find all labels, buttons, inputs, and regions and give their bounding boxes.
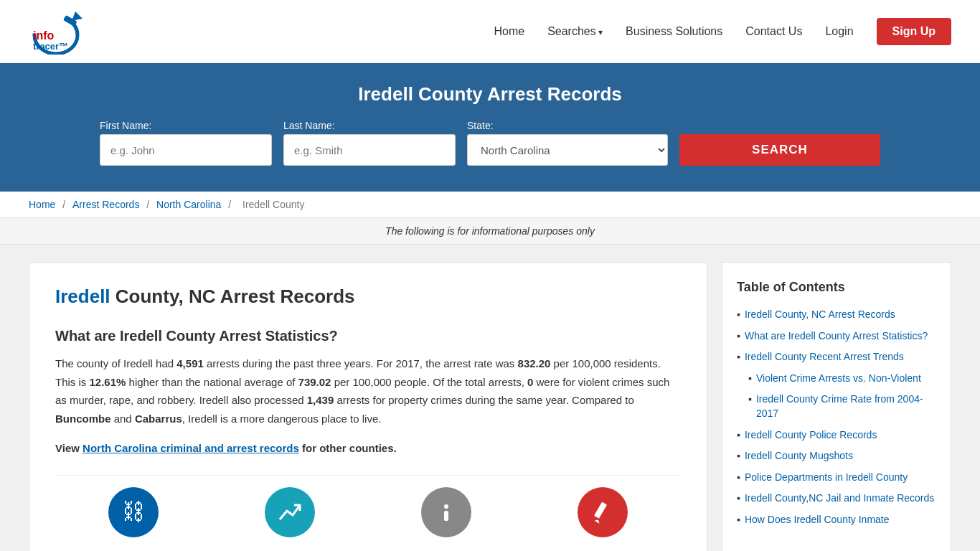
first-name-input[interactable] xyxy=(100,134,272,166)
sidebar-toc: Table of Contents Iredell County, NC Arr… xyxy=(722,262,951,551)
toc-link[interactable]: Iredell County, NC Arrest Records xyxy=(745,308,895,322)
toc-link[interactable]: Iredell County Mugshots xyxy=(745,449,853,463)
toc-item: Iredell County Recent Arrest Trends xyxy=(737,350,936,364)
logo-icon: info tracer™ xyxy=(29,8,86,55)
breadcrumb-nc[interactable]: North Carolina xyxy=(156,199,221,210)
toc-link[interactable]: How Does Iredell County Inmate xyxy=(745,513,890,527)
p1-mid3: higher than the national average of xyxy=(126,376,298,388)
state-select[interactable]: AlabamaAlaskaArizonaArkansasCaliforniaCo… xyxy=(467,134,668,166)
state-label: State: xyxy=(467,120,668,131)
page-title: Iredell County Arrest Records xyxy=(29,83,951,105)
content-heading: Iredell County, NC Arrest Records xyxy=(55,286,681,308)
compare2: Cabarrus xyxy=(135,413,182,425)
hero-section: Iredell County Arrest Records First Name… xyxy=(0,63,980,192)
svg-rect-7 xyxy=(594,501,607,518)
toc-item: Violent Crime Arrests vs. Non-Violent xyxy=(737,372,936,386)
arrest-rate: 832.20 xyxy=(518,357,551,369)
toc-link[interactable]: Iredell County Crime Rate from 2004-2017 xyxy=(756,392,936,420)
higher-pct: 12.61% xyxy=(90,376,126,388)
signup-button[interactable]: Sign Up xyxy=(877,18,951,45)
view-end: for other counties. xyxy=(299,442,397,454)
heading-blue: Iredell xyxy=(55,286,110,307)
breadcrumb-sep2: / xyxy=(146,199,152,210)
heading-rest: County, NC Arrest Records xyxy=(110,286,355,307)
toc-item: How Does Iredell County Inmate xyxy=(737,513,936,527)
toc-heading: Table of Contents xyxy=(737,280,936,295)
breadcrumb: Home / Arrest Records / North Carolina /… xyxy=(0,192,980,218)
trend-icon xyxy=(265,487,315,537)
p1-mid1: arrests during the past three years. For… xyxy=(204,357,518,369)
svg-text:info: info xyxy=(33,29,55,42)
p1-mid6: arrests for property crimes during the s… xyxy=(334,394,634,406)
svg-rect-6 xyxy=(444,511,448,521)
icon-item-1 xyxy=(265,487,315,537)
toc-item: Iredell County,NC Jail and Inmate Record… xyxy=(737,491,936,506)
nav-business[interactable]: Business Solutions xyxy=(626,25,722,38)
toc-link[interactable]: Iredell County,NC Jail and Inmate Record… xyxy=(745,491,934,506)
content-area: Iredell County, NC Arrest Records What a… xyxy=(29,262,707,551)
svg-marker-8 xyxy=(595,518,601,523)
compare1: Buncombe xyxy=(55,413,111,425)
breadcrumb-iredell: Iredell County xyxy=(242,199,304,210)
svg-marker-2 xyxy=(72,11,83,21)
toc-link[interactable]: Iredell County Recent Arrest Trends xyxy=(745,350,904,364)
info-note: The following is for informational purpo… xyxy=(0,218,980,245)
nav-home[interactable]: Home xyxy=(494,25,524,38)
search-button[interactable]: SEARCH xyxy=(679,134,880,166)
svg-text:tracer™: tracer™ xyxy=(33,41,68,52)
toc-item: Iredell County Mugshots xyxy=(737,449,936,463)
first-name-group: First Name: xyxy=(100,120,272,166)
last-name-input[interactable] xyxy=(283,134,456,166)
nav-searches[interactable]: Searches xyxy=(547,25,603,38)
nav-contact[interactable]: Contact Us xyxy=(745,25,802,38)
nc-records-link[interactable]: North Carolina criminal and arrest recor… xyxy=(83,442,299,454)
logo[interactable]: info tracer™ xyxy=(29,8,86,55)
icon-item-3 xyxy=(578,487,628,537)
toc-item: Police Departments in Iredell County xyxy=(737,471,936,485)
last-name-label: Last Name: xyxy=(283,120,456,131)
nav-links: Home Searches Business Solutions Contact… xyxy=(494,18,951,45)
last-name-group: Last Name: xyxy=(283,120,456,166)
info-icon xyxy=(421,487,471,537)
paragraph1: The county of Iredell had 4,591 arrests … xyxy=(55,354,681,428)
breadcrumb-arrest-records[interactable]: Arrest Records xyxy=(72,199,139,210)
view-text: View xyxy=(55,442,83,454)
breadcrumb-home[interactable]: Home xyxy=(29,199,55,210)
icon-item-0: ⛓ xyxy=(108,487,159,537)
breadcrumb-sep1: / xyxy=(62,199,68,210)
toc-item: Iredell County Police Records xyxy=(737,428,936,443)
toc-link[interactable]: Violent Crime Arrests vs. Non-Violent xyxy=(756,372,921,386)
toc-list: Iredell County, NC Arrest RecordsWhat ar… xyxy=(737,308,936,527)
toc-item: Iredell County Crime Rate from 2004-2017 xyxy=(737,392,936,420)
p1-mid7: and xyxy=(111,413,135,425)
search-form: First Name: Last Name: State: AlabamaAla… xyxy=(29,120,951,166)
property-count: 1,439 xyxy=(307,394,334,406)
breadcrumb-sep3: / xyxy=(228,199,234,210)
toc-item: Iredell County, NC Arrest Records xyxy=(737,308,936,322)
toc-item: What are Iredell County Arrest Statistic… xyxy=(737,329,936,344)
login-link[interactable]: Login xyxy=(825,25,853,38)
navigation: info tracer™ Home Searches Business Solu… xyxy=(0,0,980,63)
icon-item-2 xyxy=(421,487,471,537)
view-link-paragraph: View North Carolina criminal and arrest … xyxy=(55,439,681,458)
toc-link[interactable]: Iredell County Police Records xyxy=(745,428,877,443)
toc-link[interactable]: Police Departments in Iredell County xyxy=(745,471,908,485)
icons-row: ⛓ xyxy=(55,475,681,537)
p1-start: The county of Iredell had xyxy=(55,357,176,369)
handcuffs-icon: ⛓ xyxy=(108,487,159,537)
national-avg: 739.02 xyxy=(298,376,331,388)
svg-point-5 xyxy=(444,504,448,509)
p1-mid4: per 100,000 people. Of the total arrests… xyxy=(331,376,527,388)
arrests-count: 4,591 xyxy=(176,357,204,369)
main-layout: Iredell County, NC Arrest Records What a… xyxy=(0,245,980,551)
state-group: State: AlabamaAlaskaArizonaArkansasCalif… xyxy=(467,120,668,166)
toc-link[interactable]: What are Iredell County Arrest Statistic… xyxy=(745,329,928,344)
section1-heading: What are Iredell County Arrest Statistic… xyxy=(55,328,681,344)
first-name-label: First Name: xyxy=(100,120,272,131)
pencil-icon xyxy=(578,487,628,537)
p1-end: , Iredell is a more dangerous place to l… xyxy=(182,413,382,425)
